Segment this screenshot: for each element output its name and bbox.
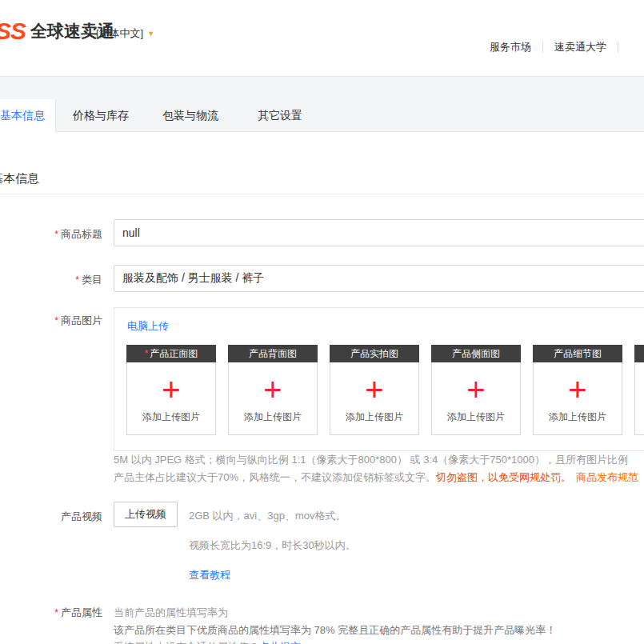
submit-attribute-link[interactable]: 点此提交 [259,641,301,644]
field-label-product-title: *商品标题 [0,227,109,242]
upload-slot-title-text: 产品背面图 [249,347,297,361]
upload-slot-dropzone: + [634,362,644,435]
field-label-text: 产品视频 [61,510,102,522]
upload-slot-real-shot[interactable]: 产品实拍图 + 添加上传图片 [330,345,419,435]
publishing-rules-link[interactable]: 商品发布规范 [576,471,638,483]
video-ratio-hint: 视频长宽比为16:9，时长30秒以内。 [189,538,356,553]
tab-bar: 基本信息 价格与库存 包装与物流 其它设置 [0,99,325,132]
field-label-category: *类目 [0,273,109,287]
divider [618,42,618,53]
plus-icon: + [365,374,383,406]
upload-slot-side[interactable]: 产品侧面图 + 添加上传图片 [431,345,521,435]
upload-slot-dropzone: + 添加上传图片 [126,362,216,435]
image-rules-hint: 产品主体占比建议大于70%，风格统一，不建议添加促销标签或文字。切勿盗图，以免受… [114,470,638,485]
top-header: SS 全球速卖通 [简体中文] ▼ 服务市场 速卖通大学 [0,0,644,76]
brand-logo-icon: SS [0,18,26,45]
image-format-hint: 5M 以内 JPEG 格式；横向与纵向比例 1:1（像素大于800*800） 或… [114,453,628,467]
language-selector[interactable]: [简体中文] ▼ [96,26,154,41]
nav-item-university[interactable]: 速卖通大学 [554,40,606,54]
upload-slot-title: 产品背面图 [228,345,318,362]
plus-icon: + [263,374,282,406]
tab-other-settings[interactable]: 其它设置 [235,99,325,132]
upload-slot-title [634,345,644,362]
video-tutorial-link[interactable]: 查看教程 [189,568,230,582]
upload-slot-title-text: 产品侧面图 [452,347,500,361]
section-title: 基本信息 [0,171,39,186]
upload-slot-title: 产品实拍图 [330,345,419,362]
field-label-text: 产品属性 [61,606,102,618]
required-asterisk: * [54,607,58,618]
attribute-suggest-question: 系统属性中没有合适的属性值？ [114,641,259,644]
pc-upload-link[interactable]: 电脑上传 [127,319,169,334]
field-label-product-images: *商品图片 [0,314,109,328]
nav-item-service-market[interactable]: 服务市场 [490,40,531,54]
upload-slot-dropzone: + 添加上传图片 [533,362,622,435]
upload-slot-action: 添加上传图片 [244,410,302,424]
required-asterisk: * [75,274,79,286]
video-format-hint: 2GB 以内，avi、3gp、mov格式。 [189,509,346,523]
attribute-suggest-text: 系统属性中没有合适的属性值？点此提交 [114,640,301,644]
plus-icon: + [466,374,485,406]
upload-slot-dropzone: + 添加上传图片 [330,362,419,435]
image-warning-text: 切勿盗图，以免受网规处罚。 [436,471,571,483]
language-label: [简体中文] [96,26,143,41]
attribute-benchmark-text: 该产品所在类目下优质商品的属性填写率为 78% 完整且正确的产品属性有助于提升产… [114,623,556,638]
upload-slot-action: 添加上传图片 [447,410,505,424]
upload-slot-action: 添加上传图片 [142,410,200,424]
upload-slot-action: 添加上传图片 [346,410,403,424]
upload-slot-title: *产品正面图 [126,345,216,362]
upload-slot-title: 产品侧面图 [431,345,521,362]
upload-slot-title-text: 产品正面图 [150,347,198,361]
upload-slot-title: 产品细节图 [533,345,622,362]
image-upload-panel: 电脑上传 *产品正面图 + 添加上传图片 产品背面图 + 添加上传图片 产品实拍… [114,307,644,451]
caret-down-icon: ▼ [147,30,154,38]
section-divider [0,194,644,194]
field-label-product-video: 产品视频 [0,510,109,524]
tab-packaging-logistics[interactable]: 包装与物流 [146,99,235,132]
top-nav: 服务市场 速卖通大学 [478,40,618,54]
upload-slot-extra[interactable]: + [634,345,644,435]
required-asterisk: * [145,348,149,359]
upload-slot-front[interactable]: *产品正面图 + 添加上传图片 [126,345,216,435]
attribute-fill-rate-text: 当前产品的属性填写率为 [114,606,228,620]
required-asterisk: * [54,315,58,326]
upload-slot-detail[interactable]: 产品细节图 + 添加上传图片 [533,345,622,435]
upload-slot-dropzone: + 添加上传图片 [228,362,318,435]
required-asterisk: * [54,229,58,240]
product-publish-page: SS 全球速卖通 [简体中文] ▼ 服务市场 速卖通大学 基本信息 价格与库存 … [0,0,644,644]
plus-icon: + [568,374,586,406]
category-input[interactable] [114,265,644,292]
divider [542,42,543,53]
upload-slot-back[interactable]: 产品背面图 + 添加上传图片 [228,345,318,435]
tab-price-stock[interactable]: 价格与库存 [56,99,146,132]
field-label-product-attributes: *产品属性 [0,606,109,620]
product-title-input[interactable] [114,219,644,246]
field-label-text: 商品图片 [61,314,102,326]
upload-slot-action: 添加上传图片 [549,410,606,424]
upload-slot-dropzone: + 添加上传图片 [431,362,521,435]
upload-slot-row: *产品正面图 + 添加上传图片 产品背面图 + 添加上传图片 产品实拍图 + 添… [126,345,644,435]
plus-icon: + [162,374,180,406]
upload-slot-title-text: 产品细节图 [554,347,602,361]
field-label-text: 商品标题 [61,228,102,240]
upload-video-button[interactable]: 上传视频 [114,502,178,527]
image-rules-hint-text: 产品主体占比建议大于70%，风格统一，不建议添加促销标签或文字。 [114,471,436,483]
upload-slot-title-text: 产品实拍图 [350,347,398,361]
tab-basic-info[interactable]: 基本信息 [0,99,56,132]
field-label-text: 类目 [82,274,102,286]
